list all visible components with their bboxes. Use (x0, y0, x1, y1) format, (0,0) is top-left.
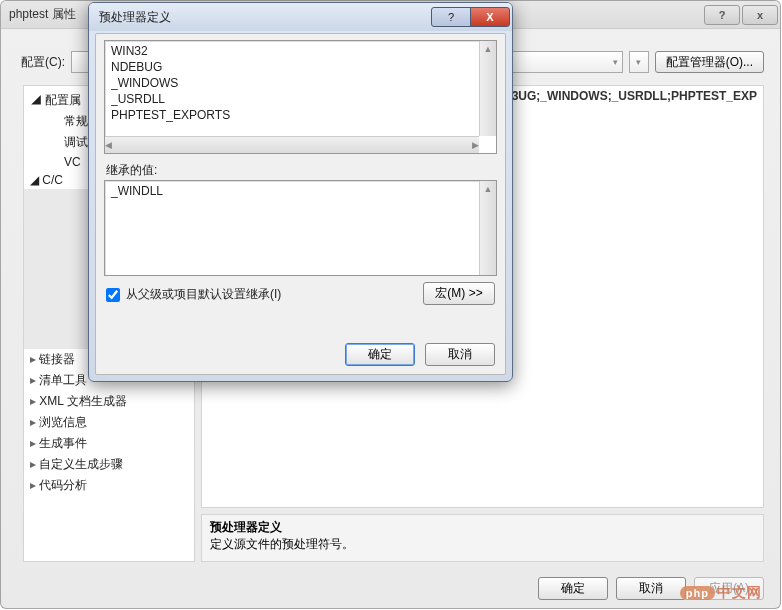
tree-browse-label: 浏览信息 (39, 415, 87, 429)
dialog-cancel-button[interactable]: 取消 (425, 343, 495, 366)
config-manager-label: 配置管理器(O)... (666, 54, 753, 71)
config-dropdown-2[interactable]: ▾ (629, 51, 649, 73)
outer-cancel-button[interactable]: 取消 (616, 577, 686, 600)
dialog-cancel-label: 取消 (448, 346, 472, 363)
inherited-content: _WINDLL (111, 183, 476, 273)
dialog-help-button[interactable]: ? (431, 7, 471, 27)
inherit-checkbox[interactable] (106, 288, 120, 302)
outer-cancel-label: 取消 (639, 580, 663, 597)
close-button[interactable]: x (742, 5, 778, 25)
tree-browse[interactable]: 浏览信息 (24, 412, 194, 433)
tree-root-label: 配置属 (45, 93, 81, 107)
tree-cc-label: C/C (42, 173, 63, 187)
chevron-down-icon: ▾ (613, 57, 618, 67)
definitions-hscrollbar[interactable]: ◀ ▶ (105, 136, 479, 153)
tree-custom[interactable]: 自定义生成步骤 (24, 454, 194, 475)
config-label: 配置(C): (21, 54, 65, 71)
inherited-listbox[interactable]: _WINDLL ▲ (104, 180, 497, 276)
dialog-titlebar: 预处理器定义 ? X (89, 3, 512, 31)
inherited-vscrollbar[interactable]: ▲ (479, 181, 496, 275)
tree-vc-label: VC (64, 155, 81, 169)
definitions-content[interactable]: WIN32 NDEBUG _WINDOWS _USRDLL PHPTEST_EX… (111, 43, 476, 135)
macros-button[interactable]: 宏(M) >> (423, 282, 495, 305)
description-panel: 预处理器定义 定义源文件的预处理符号。 (201, 514, 764, 562)
config-manager-button[interactable]: 配置管理器(O)... (655, 51, 764, 73)
dialog-ok-button[interactable]: 确定 (345, 343, 415, 366)
dialog-window-buttons: ? X (432, 7, 510, 27)
def-line[interactable]: _WINDOWS (111, 75, 476, 91)
dialog-title: 预处理器定义 (99, 9, 171, 26)
scroll-up-icon[interactable]: ▲ (480, 41, 496, 57)
outer-apply-button[interactable]: 应用(A) (694, 577, 764, 600)
dialog-body: WIN32 NDEBUG _WINDOWS _USRDLL PHPTEST_EX… (95, 33, 506, 375)
macros-label: 宏(M) >> (435, 285, 482, 302)
chevron-down-icon: ▾ (636, 57, 641, 67)
def-line[interactable]: WIN32 (111, 43, 476, 59)
definitions-vscrollbar[interactable]: ▲ (479, 41, 496, 136)
description-title: 预处理器定义 (210, 519, 755, 536)
tree-xmldoc-label: XML 文档生成器 (39, 394, 127, 408)
help-button[interactable]: ? (704, 5, 740, 25)
tree-codean[interactable]: 代码分析 (24, 475, 194, 496)
scroll-right-icon[interactable]: ▶ (472, 137, 479, 153)
outer-footer: 确定 取消 应用(A) (538, 577, 764, 600)
preprocessor-dialog: 预处理器定义 ? X WIN32 NDEBUG _WINDOWS _USRDLL… (88, 2, 513, 382)
scroll-up-icon[interactable]: ▲ (480, 181, 496, 197)
definitions-listbox[interactable]: WIN32 NDEBUG _WINDOWS _USRDLL PHPTEST_EX… (104, 40, 497, 154)
tree-general-label: 常规 (64, 114, 88, 128)
outer-ok-button[interactable]: 确定 (538, 577, 608, 600)
inherit-checkbox-row[interactable]: 从父级或项目默认设置继承(I) (106, 286, 281, 303)
tree-manifest-label: 清单工具 (39, 373, 87, 387)
dialog-footer: 确定 取消 (345, 343, 495, 366)
def-line[interactable]: _USRDLL (111, 91, 476, 107)
tree-buildevt-label: 生成事件 (39, 436, 87, 450)
outer-ok-label: 确定 (561, 580, 585, 597)
outer-apply-label: 应用(A) (709, 580, 749, 597)
inherited-label: 继承的值: (106, 162, 157, 179)
tree-buildevt[interactable]: 生成事件 (24, 433, 194, 454)
dialog-ok-label: 确定 (368, 346, 392, 363)
def-line[interactable]: PHPTEST_EXPORTS (111, 107, 476, 123)
description-body: 定义源文件的预处理符号。 (210, 536, 755, 553)
properties-title: phptest 属性 (9, 6, 76, 23)
outer-window-buttons: ? x (704, 5, 778, 25)
tree-xmldoc[interactable]: XML 文档生成器 (24, 391, 194, 412)
inherit-checkbox-label: 从父级或项目默认设置继承(I) (126, 286, 281, 303)
tree-custom-label: 自定义生成步骤 (39, 457, 123, 471)
scroll-left-icon[interactable]: ◀ (105, 137, 112, 153)
inherited-line: _WINDLL (111, 183, 476, 199)
tree-linker-label: 链接器 (39, 352, 75, 366)
def-line[interactable]: NDEBUG (111, 59, 476, 75)
tree-codean-label: 代码分析 (39, 478, 87, 492)
dialog-close-button[interactable]: X (470, 7, 510, 27)
tree-debug-label: 调试 (64, 135, 88, 149)
